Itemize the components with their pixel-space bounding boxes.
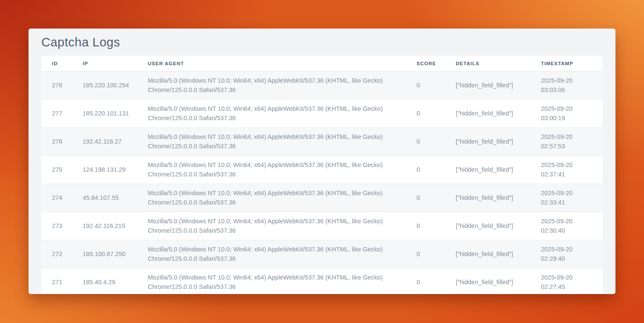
- table-row: 271185.40.4.29Mozilla/5.0 (Windows NT 10…: [41, 268, 603, 294]
- cell-timestamp: 2025-09-20 02:30:40: [530, 212, 603, 240]
- cell-details: ["hidden_field_filled"]: [445, 100, 530, 128]
- cell-details: ["hidden_field_filled"]: [445, 72, 530, 100]
- cell-timestamp: 2025-09-20 02:57:53: [530, 128, 603, 156]
- cell-score: 0: [406, 212, 445, 240]
- cell-timestamp: 2025-09-20 02:33:41: [530, 184, 603, 212]
- cell-ip: 45.84.107.55: [72, 184, 137, 212]
- table-row: 278185.220.100.254Mozilla/5.0 (Windows N…: [41, 72, 603, 100]
- cell-user_agent: Mozilla/5.0 (Windows NT 10.0; Win64; x64…: [137, 100, 406, 128]
- cell-ip: 185.220.101.131: [72, 100, 137, 128]
- cell-id: 272: [41, 240, 72, 268]
- captcha-logs-card: Captcha Logs IDIPUSER AGENTSCOREDETAILST…: [29, 29, 615, 294]
- logs-table: IDIPUSER AGENTSCOREDETAILSTIMESTAMP 2781…: [41, 56, 603, 294]
- cell-id: 271: [41, 268, 72, 294]
- cell-user_agent: Mozilla/5.0 (Windows NT 10.0; Win64; x64…: [137, 128, 406, 156]
- table-head: IDIPUSER AGENTSCOREDETAILSTIMESTAMP: [41, 56, 603, 72]
- table-row: 275124.198.131.29Mozilla/5.0 (Windows NT…: [41, 156, 603, 184]
- cell-score: 0: [406, 184, 445, 212]
- column-header-ip: IP: [72, 56, 137, 72]
- cell-timestamp: 2025-09-20 02:29:40: [530, 240, 603, 268]
- cell-ip: 192.42.116.27: [72, 128, 137, 156]
- cell-score: 0: [406, 156, 445, 184]
- cell-ip: 185.40.4.29: [72, 268, 137, 294]
- column-header-details: DETAILS: [445, 56, 530, 72]
- cell-user_agent: Mozilla/5.0 (Windows NT 10.0; Win64; x64…: [137, 268, 406, 294]
- cell-id: 275: [41, 156, 72, 184]
- cell-ip: 185.220.100.254: [72, 72, 137, 100]
- cell-timestamp: 2025-09-20 03:00:19: [530, 100, 603, 128]
- column-header-timestamp: TIMESTAMP: [530, 56, 603, 72]
- cell-user_agent: Mozilla/5.0 (Windows NT 10.0; Win64; x64…: [137, 212, 406, 240]
- cell-details: ["hidden_field_filled"]: [445, 156, 530, 184]
- cell-user_agent: Mozilla/5.0 (Windows NT 10.0; Win64; x64…: [137, 184, 406, 212]
- cell-details: ["hidden_field_filled"]: [445, 212, 530, 240]
- column-header-user_agent: USER AGENT: [137, 56, 406, 72]
- cell-id: 277: [41, 100, 72, 128]
- table-row: 276192.42.116.27Mozilla/5.0 (Windows NT …: [41, 128, 603, 156]
- cell-score: 0: [406, 128, 445, 156]
- page-background: Captcha Logs IDIPUSER AGENTSCOREDETAILST…: [0, 0, 644, 323]
- logs-table-container: IDIPUSER AGENTSCOREDETAILSTIMESTAMP 2781…: [41, 56, 603, 294]
- table-header-row: IDIPUSER AGENTSCOREDETAILSTIMESTAMP: [41, 56, 603, 72]
- cell-user_agent: Mozilla/5.0 (Windows NT 10.0; Win64; x64…: [137, 240, 406, 268]
- page-title: Captcha Logs: [41, 36, 603, 49]
- cell-timestamp: 2025-09-20 02:37:41: [530, 156, 603, 184]
- cell-ip: 192.42.116.215: [72, 212, 137, 240]
- cell-details: ["hidden_field_filled"]: [445, 128, 530, 156]
- cell-id: 273: [41, 212, 72, 240]
- cell-details: ["hidden_field_filled"]: [445, 184, 530, 212]
- cell-score: 0: [406, 72, 445, 100]
- table-row: 272185.100.87.250Mozilla/5.0 (Windows NT…: [41, 240, 603, 268]
- cell-score: 0: [406, 100, 445, 128]
- cell-ip: 124.198.131.29: [72, 156, 137, 184]
- table-row: 27445.84.107.55Mozilla/5.0 (Windows NT 1…: [41, 184, 603, 212]
- cell-user_agent: Mozilla/5.0 (Windows NT 10.0; Win64; x64…: [137, 156, 406, 184]
- cell-id: 276: [41, 128, 72, 156]
- cell-timestamp: 2025-09-20 03:03:06: [530, 72, 603, 100]
- table-row: 273192.42.116.215Mozilla/5.0 (Windows NT…: [41, 212, 603, 240]
- cell-score: 0: [406, 240, 445, 268]
- cell-id: 278: [41, 72, 72, 100]
- cell-details: ["hidden_field_filled"]: [445, 240, 530, 268]
- cell-ip: 185.100.87.250: [72, 240, 137, 268]
- cell-details: ["hidden_field_filled"]: [445, 268, 530, 294]
- cell-timestamp: 2025-09-20 02:27:45: [530, 268, 603, 294]
- cell-user_agent: Mozilla/5.0 (Windows NT 10.0; Win64; x64…: [137, 72, 406, 100]
- cell-score: 0: [406, 268, 445, 294]
- table-body: 278185.220.100.254Mozilla/5.0 (Windows N…: [41, 72, 603, 294]
- table-row: 277185.220.101.131Mozilla/5.0 (Windows N…: [41, 100, 603, 128]
- column-header-id: ID: [41, 56, 72, 72]
- cell-id: 274: [41, 184, 72, 212]
- column-header-score: SCORE: [406, 56, 445, 72]
